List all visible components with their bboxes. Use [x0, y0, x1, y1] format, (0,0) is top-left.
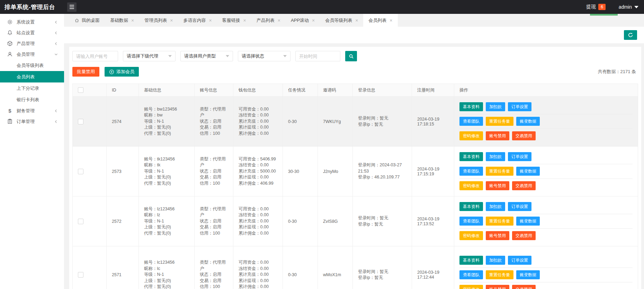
tab-客服链接[interactable]: 客服链接×: [217, 14, 251, 27]
row-checkbox[interactable]: [78, 169, 83, 174]
close-icon[interactable]: ×: [390, 18, 392, 23]
wallet-info-cell-line: 累计提现：0.00: [239, 174, 277, 181]
action-button-加扣款[interactable]: 加扣款: [486, 256, 505, 265]
row-checkbox-cell: [73, 196, 107, 246]
action-button-密码修改[interactable]: 密码修改: [459, 285, 483, 289]
close-icon[interactable]: ×: [312, 18, 315, 23]
tab-会员列表[interactable]: 会员列表×: [363, 14, 397, 27]
action-button-账变数据[interactable]: 账变数据: [516, 117, 540, 126]
action-button-订单设置[interactable]: 订单设置: [508, 102, 531, 111]
action-button-密码修改[interactable]: 密码修改: [459, 131, 483, 140]
action-button-交易禁用[interactable]: 交易禁用: [512, 181, 536, 190]
row-checkbox[interactable]: [78, 272, 83, 278]
total-count: 共有数据：2171 条: [598, 69, 638, 75]
action-button-重置任务量[interactable]: 重置任务量: [486, 217, 513, 226]
action-button-基本资料[interactable]: 基本资料: [459, 102, 483, 111]
cube-icon: [7, 41, 13, 46]
sidebar-item-4[interactable]: $财务管理: [0, 105, 64, 116]
add-member-button[interactable]: 添加会员: [105, 67, 139, 77]
start-time-input[interactable]: [295, 51, 340, 61]
tab-产品列表[interactable]: 产品列表×: [251, 14, 286, 27]
action-button-查看团队[interactable]: 查看团队: [459, 270, 483, 279]
close-icon[interactable]: ×: [278, 18, 280, 23]
action-button-加扣款[interactable]: 加扣款: [486, 152, 505, 161]
action-button-账变数据[interactable]: 账变数据: [516, 270, 540, 279]
sidebar-subitem-会员列表[interactable]: 会员列表: [0, 71, 64, 82]
sidebar-subitem-label: 会员列表: [17, 74, 35, 80]
column-header-钱包信息: 钱包信息: [233, 84, 283, 97]
close-icon[interactable]: ×: [209, 18, 212, 23]
action-button-账号禁用[interactable]: 账号禁用: [486, 131, 509, 140]
operations-cell: 基本资料加扣款订单设置查看团队重置任务量账变数据密码修改账号禁用交易禁用: [454, 246, 638, 289]
tab-label: 会员等级列表: [325, 17, 352, 24]
filter-row: 请选择下级代理 请选择用户类型 请选择状态: [72, 51, 638, 61]
action-button-密码修改[interactable]: 密码修改: [459, 181, 483, 190]
task-cell: 0-30: [283, 246, 318, 289]
row-checkbox-cell: [73, 97, 107, 147]
action-button-加扣款[interactable]: 加扣款: [486, 102, 505, 111]
action-button-基本资料[interactable]: 基本资料: [459, 256, 483, 265]
account-info-cell-line: 类型：代理用户: [200, 106, 228, 119]
action-button-账号禁用[interactable]: 账号禁用: [486, 231, 509, 240]
sidebar-item-5[interactable]: 订单管理: [0, 116, 64, 127]
tab-APP滚动[interactable]: APP滚动×: [286, 14, 320, 27]
action-button-账变数据[interactable]: 账变数据: [516, 167, 540, 176]
action-button-订单设置[interactable]: 订单设置: [508, 202, 531, 211]
action-button-加扣款[interactable]: 加扣款: [486, 202, 505, 211]
column-header-邀请码: 邀请码: [318, 84, 353, 97]
dollar-icon: $: [7, 108, 13, 114]
user-type-select[interactable]: 请选择用户类型: [180, 51, 233, 61]
action-button-重置任务量[interactable]: 重置任务量: [486, 167, 513, 176]
row-checkbox[interactable]: [78, 219, 83, 224]
sidebar-item-label: 产品管理: [17, 41, 35, 47]
tab-基础数据[interactable]: 基础数据×: [105, 14, 139, 27]
action-button-查看团队[interactable]: 查看团队: [459, 167, 483, 176]
action-button-重置任务量[interactable]: 重置任务量: [486, 117, 513, 126]
select-all-checkbox[interactable]: [78, 87, 83, 93]
action-button-查看团队[interactable]: 查看团队: [459, 217, 483, 226]
tab-会员等级列表[interactable]: 会员等级列表×: [320, 14, 363, 27]
user-menu[interactable]: admin: [619, 4, 638, 10]
action-button-账号禁用[interactable]: 账号禁用: [486, 285, 509, 289]
action-button-交易禁用[interactable]: 交易禁用: [512, 131, 536, 140]
sidebar-item-2[interactable]: 产品管理: [0, 38, 64, 49]
row-checkbox[interactable]: [78, 119, 83, 124]
hamburger-menu-icon[interactable]: [67, 2, 77, 12]
withdraw-link[interactable]: 提现 6: [586, 4, 606, 10]
sidebar-subitem-会员等级列表[interactable]: 会员等级列表: [0, 60, 64, 71]
tab-多语言内容[interactable]: 多语言内容×: [178, 14, 217, 27]
refresh-button[interactable]: [624, 30, 637, 40]
action-button-账变数据[interactable]: 账变数据: [516, 217, 540, 226]
action-button-账号禁用[interactable]: 账号禁用: [486, 181, 509, 190]
action-button-基本资料[interactable]: 基本资料: [459, 202, 483, 211]
tab-我的桌面[interactable]: 我的桌面: [69, 14, 105, 27]
action-button-订单设置[interactable]: 订单设置: [508, 152, 531, 161]
close-icon[interactable]: ×: [131, 18, 134, 23]
close-icon[interactable]: ×: [243, 18, 246, 23]
sidebar-item-0[interactable]: 系统设置: [0, 17, 64, 27]
invite-code-cell: wMoX1m: [318, 246, 353, 289]
action-button-交易禁用[interactable]: 交易禁用: [512, 231, 536, 240]
account-search-input[interactable]: [72, 51, 118, 61]
action-button-row: 查看团队重置任务量账变数据: [459, 268, 633, 282]
action-button-重置任务量[interactable]: 重置任务量: [486, 270, 513, 279]
login-info-cell-line: 登录时间：暂无: [358, 115, 406, 122]
action-button-基本资料[interactable]: 基本资料: [459, 152, 483, 161]
agent-select[interactable]: 请选择下级代理: [123, 51, 176, 61]
action-button-密码修改[interactable]: 密码修改: [459, 231, 483, 240]
close-icon[interactable]: ×: [170, 18, 173, 23]
sidebar-item-1[interactable]: 站点设置: [0, 27, 64, 38]
action-button-查看团队[interactable]: 查看团队: [459, 117, 483, 126]
sidebar-item-3[interactable]: 会员管理: [0, 49, 64, 60]
sidebar-subitem-银行卡列表[interactable]: 银行卡列表: [0, 94, 64, 105]
tab-管理员列表[interactable]: 管理员列表×: [139, 14, 178, 27]
batch-disable-button[interactable]: 批量禁用: [72, 67, 99, 77]
search-button[interactable]: [345, 51, 357, 61]
status-select[interactable]: 请选择状态: [238, 51, 290, 61]
sidebar-subitem-label: 银行卡列表: [17, 97, 39, 103]
action-button-订单设置[interactable]: 订单设置: [508, 256, 531, 265]
action-button-交易禁用[interactable]: 交易禁用: [512, 285, 536, 289]
table-actions-row: 批量禁用 添加会员 共有数据：2171 条: [72, 67, 638, 77]
close-icon[interactable]: ×: [355, 18, 358, 23]
sidebar-subitem-上下分记录[interactable]: 上下分记录: [0, 82, 64, 94]
